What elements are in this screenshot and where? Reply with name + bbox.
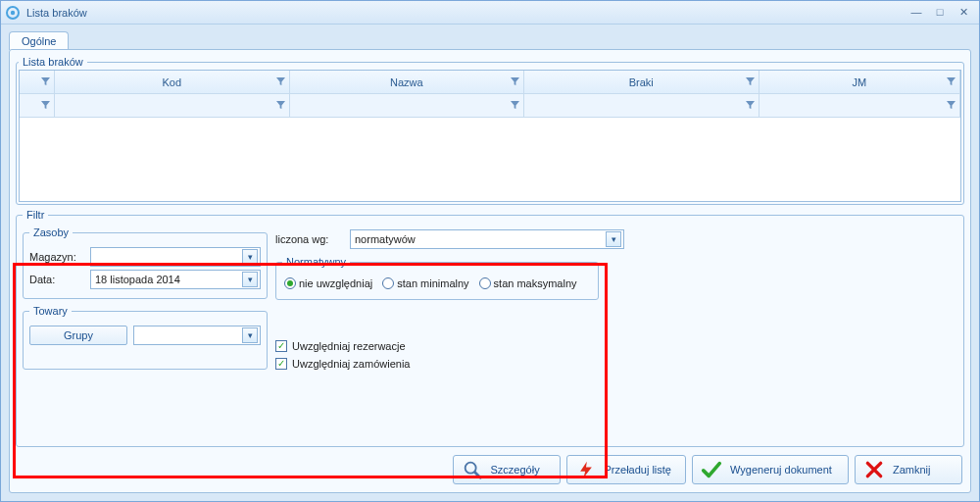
grid-filter-row	[20, 94, 960, 118]
tab-general-label: Ogólne	[22, 35, 56, 47]
titlebar: Lista braków — □ ✕	[1, 1, 979, 25]
col-label: Nazwa	[390, 76, 423, 88]
radio-max-label: stan maksymalny	[494, 277, 577, 289]
resources-legend: Zasoby	[29, 226, 73, 238]
window-controls: — □ ✕	[908, 6, 975, 19]
filter-icon[interactable]	[947, 101, 956, 110]
action-bar: Szczegóły Przeładuj listę Wygeneruj doku…	[16, 451, 964, 486]
filter-icon[interactable]	[41, 77, 50, 86]
date-value: 18 listopada 2014	[95, 274, 242, 285]
col-label: Kod	[162, 76, 181, 88]
chevron-down-icon[interactable]: ▾	[606, 231, 621, 247]
grid-filter-cell[interactable]	[760, 94, 961, 117]
norm-groupbox: Normatywny nie uwzględniaj stan minimaln…	[275, 256, 599, 300]
check-orders[interactable]: Uwzględniaj zamówienia	[275, 358, 957, 370]
filter-icon[interactable]	[511, 101, 519, 110]
goods-groupbox: Towary Grupy ▾	[23, 305, 268, 370]
minimize-button[interactable]: —	[908, 6, 924, 19]
window-title: Lista braków	[26, 7, 908, 19]
grid-header-selector[interactable]	[20, 71, 55, 93]
goods-legend: Towary	[29, 305, 72, 317]
shortage-grid: Kod Nazwa Braki	[19, 70, 961, 202]
chevron-down-icon[interactable]: ▾	[242, 249, 258, 265]
app-icon	[5, 5, 21, 21]
close-action-button[interactable]: Zamknij	[855, 455, 962, 484]
norm-legend: Normatywny	[282, 256, 350, 268]
app-window: Lista braków — □ ✕ Ogólne Lista braków	[0, 0, 980, 502]
filter-legend: Filtr	[23, 209, 48, 221]
filter-icon[interactable]	[746, 101, 755, 110]
grid-body	[20, 118, 960, 201]
calc-select[interactable]: normatywów ▾	[350, 229, 624, 249]
tab-general[interactable]: Ogólne	[9, 31, 69, 50]
svg-line-3	[474, 473, 480, 478]
radio-icon	[479, 277, 491, 289]
close-button[interactable]: ✕	[956, 6, 971, 19]
close-label: Zamknij	[893, 464, 931, 476]
warehouse-select[interactable]: ▾	[90, 247, 261, 267]
checkbox-icon	[275, 358, 287, 370]
radio-ignore-label: nie uwzględniaj	[299, 277, 372, 289]
filter-icon[interactable]	[947, 77, 956, 86]
filter-icon[interactable]	[746, 77, 755, 86]
col-label: Braki	[629, 76, 654, 88]
calc-value: normatywów	[355, 233, 606, 245]
radio-min[interactable]: stan minimalny	[382, 277, 468, 289]
chevron-down-icon[interactable]: ▾	[242, 327, 258, 343]
check-reservations-label: Uwzględniaj rezerwacje	[292, 340, 406, 352]
list-groupbox: Lista braków Kod Nazwa	[16, 56, 964, 205]
grid-filter-cell[interactable]	[290, 94, 525, 117]
grid-header-jm[interactable]: JM	[760, 71, 961, 93]
filter-icon[interactable]	[41, 101, 50, 110]
col-label: JM	[852, 76, 866, 88]
radio-min-label: stan minimalny	[397, 277, 468, 289]
grid-header-kod[interactable]: Kod	[55, 71, 290, 93]
radio-icon	[284, 277, 296, 289]
generate-button[interactable]: Wygeneruj dokument	[692, 455, 849, 484]
grid-header-nazwa[interactable]: Nazwa	[290, 71, 525, 93]
groups-button-label: Grupy	[64, 329, 93, 341]
resources-groupbox: Zasoby Magazyn: ▾ Data: 18 listopada 20	[23, 226, 268, 299]
lightning-icon	[575, 459, 597, 480]
calc-label: liczona wg:	[275, 233, 344, 245]
grid-header-braki[interactable]: Braki	[524, 71, 760, 93]
checkbox-icon	[275, 340, 287, 352]
chevron-down-icon[interactable]: ▾	[242, 272, 258, 287]
generate-label: Wygeneruj dokument	[730, 464, 832, 476]
reload-label: Przeładuj listę	[605, 464, 671, 476]
maximize-button[interactable]: □	[932, 6, 948, 19]
check-reservations[interactable]: Uwzględniaj rezerwacje	[275, 340, 957, 352]
filter-icon[interactable]	[511, 77, 519, 86]
grid-filter-cell[interactable]	[524, 94, 760, 117]
check-orders-label: Uwzględniaj zamówienia	[292, 358, 410, 370]
radio-icon	[382, 277, 394, 289]
reload-button[interactable]: Przeładuj listę	[566, 455, 686, 484]
magnify-icon	[462, 459, 483, 480]
list-legend: Lista braków	[19, 56, 87, 68]
check-icon	[701, 459, 722, 480]
filter-icon[interactable]	[276, 77, 285, 86]
grid-filter-cell[interactable]	[20, 94, 55, 117]
radio-ignore[interactable]: nie uwzględniaj	[284, 277, 372, 289]
radio-max[interactable]: stan maksymalny	[479, 277, 577, 289]
details-button[interactable]: Szczegóły	[453, 455, 561, 484]
grid-header-row: Kod Nazwa Braki	[20, 71, 960, 94]
groups-button[interactable]: Grupy	[29, 326, 127, 345]
warehouse-label: Magazyn:	[29, 251, 84, 263]
group-select[interactable]: ▾	[133, 326, 261, 345]
date-label: Data:	[29, 274, 84, 285]
filter-icon[interactable]	[276, 101, 285, 110]
client-area: Lista braków Kod Nazwa	[9, 49, 971, 493]
filter-groupbox: Filtr Zasoby Magazyn: ▾ Data:	[16, 209, 964, 447]
x-icon	[863, 459, 885, 480]
svg-point-1	[11, 10, 15, 14]
date-select[interactable]: 18 listopada 2014 ▾	[90, 270, 261, 289]
grid-filter-cell[interactable]	[55, 94, 290, 117]
details-label: Szczegóły	[491, 464, 540, 476]
tab-strip: Ogólne	[1, 25, 979, 49]
